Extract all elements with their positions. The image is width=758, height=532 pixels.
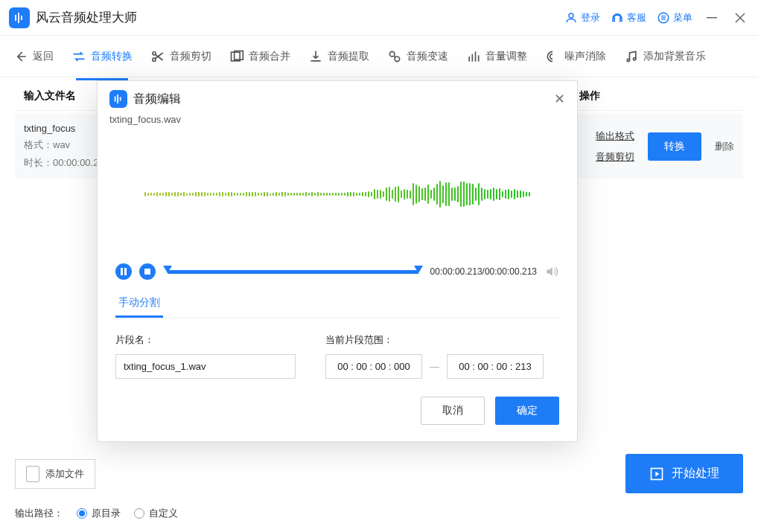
start-process-button[interactable]: 开始处理 <box>625 454 743 493</box>
dialog-filename: txting_focus.wav <box>98 114 577 131</box>
svg-rect-22 <box>115 97 116 102</box>
tab-bgm[interactable]: 添加背景音乐 <box>617 43 713 70</box>
clip-name-input[interactable] <box>115 354 296 379</box>
svg-point-20 <box>634 57 636 60</box>
player-controls: 00:00:00.213/00:00:00.213 <box>98 257 577 283</box>
volume-icon[interactable] <box>544 264 559 279</box>
svg-rect-27 <box>144 269 150 275</box>
output-format-link[interactable]: 输出格式 <box>596 129 634 143</box>
menu-icon <box>657 11 670 25</box>
svg-point-9 <box>153 51 156 54</box>
range-to-input[interactable] <box>447 354 544 379</box>
ok-button[interactable]: 确定 <box>495 397 559 425</box>
service-button[interactable]: 客服 <box>611 11 646 25</box>
svg-point-19 <box>627 59 629 61</box>
app-logo-icon <box>9 7 30 28</box>
svg-rect-26 <box>124 268 127 275</box>
play-icon <box>649 467 664 481</box>
tab-manual-split[interactable]: 手动分割 <box>115 290 163 318</box>
tab-speed[interactable]: 音频变速 <box>380 43 456 70</box>
playback-time: 00:00:00.213/00:00:00.213 <box>430 266 537 277</box>
close-button[interactable] <box>731 9 749 27</box>
svg-rect-7 <box>661 19 666 19</box>
bottom-bar: 添加文件 开始处理 输出路径： 原目录 自定义 <box>0 440 758 532</box>
convert-button[interactable]: 转换 <box>648 132 701 161</box>
scissors-icon <box>150 49 165 64</box>
svg-rect-8 <box>707 17 717 19</box>
radio-dot-icon <box>77 508 87 519</box>
svg-rect-18 <box>478 55 480 61</box>
delete-button[interactable]: 删除 <box>715 140 734 153</box>
progress-track[interactable] <box>168 270 418 274</box>
range-dash: — <box>430 361 439 372</box>
noise-icon <box>545 49 560 64</box>
user-icon <box>564 11 578 25</box>
file-icon <box>26 466 39 482</box>
tab-cut[interactable]: 音频剪切 <box>143 43 219 70</box>
add-file-button[interactable]: 添加文件 <box>15 459 95 489</box>
clip-name-label: 片段名： <box>115 333 296 347</box>
dialog-logo-icon <box>109 90 127 108</box>
audio-cut-link[interactable]: 音频剪切 <box>596 150 634 164</box>
stop-button[interactable] <box>139 263 156 280</box>
dialog-close-button[interactable]: ✕ <box>554 91 565 107</box>
svg-rect-15 <box>468 57 470 62</box>
range-label: 当前片段范围： <box>325 333 544 347</box>
svg-rect-1 <box>18 13 19 23</box>
minimize-button[interactable] <box>703 9 721 27</box>
tab-merge[interactable]: 音频合并 <box>222 43 298 70</box>
login-button[interactable]: 登录 <box>564 11 600 25</box>
speed-icon <box>387 49 402 64</box>
title-bar: 风云音频处理大师 登录 客服 菜单 <box>0 0 758 36</box>
tab-convert[interactable]: 音频转换 <box>64 43 140 70</box>
audio-edit-dialog: 音频编辑 ✕ txting_focus.wav 00:00:00.213/00:… <box>97 80 578 442</box>
toolbar: 返回 音频转换 音频剪切 音频合并 音频提取 音频变速 音量调整 噪声消除 添加… <box>0 36 758 77</box>
back-button[interactable]: 返回 <box>6 43 61 70</box>
cancel-button[interactable]: 取消 <box>421 397 485 425</box>
svg-rect-5 <box>661 16 666 16</box>
headset-icon <box>611 11 624 25</box>
output-path-label: 输出路径： <box>15 507 63 520</box>
tab-noise[interactable]: 噪声消除 <box>538 43 614 70</box>
extract-icon <box>308 49 323 64</box>
tab-extract[interactable]: 音频提取 <box>301 43 377 70</box>
waveform-display[interactable] <box>98 131 577 257</box>
app-title: 风云音频处理大师 <box>36 9 564 26</box>
svg-point-3 <box>569 13 573 18</box>
svg-rect-6 <box>661 17 666 18</box>
radio-custom-dir[interactable]: 自定义 <box>134 507 178 520</box>
menu-button[interactable]: 菜单 <box>657 11 692 25</box>
back-arrow-icon <box>13 49 28 64</box>
svg-rect-17 <box>475 51 477 61</box>
tab-volume[interactable]: 音量调整 <box>459 43 535 70</box>
dialog-title: 音频编辑 <box>133 92 181 107</box>
volume-icon <box>466 49 481 64</box>
svg-rect-23 <box>117 94 118 103</box>
pause-button[interactable] <box>115 263 132 280</box>
merge-icon <box>229 49 244 64</box>
svg-rect-25 <box>121 268 123 275</box>
svg-point-14 <box>395 57 400 62</box>
svg-point-10 <box>153 58 156 61</box>
radio-dot-icon <box>134 508 144 519</box>
radio-original-dir[interactable]: 原目录 <box>77 507 121 520</box>
convert-icon <box>71 49 86 64</box>
range-from-input[interactable] <box>325 354 422 379</box>
col-ops: 操作 <box>579 89 743 103</box>
music-icon <box>624 49 639 64</box>
svg-rect-2 <box>21 16 22 20</box>
svg-point-13 <box>389 51 395 57</box>
svg-rect-0 <box>15 15 16 21</box>
svg-rect-24 <box>120 97 121 100</box>
svg-rect-16 <box>472 54 474 61</box>
